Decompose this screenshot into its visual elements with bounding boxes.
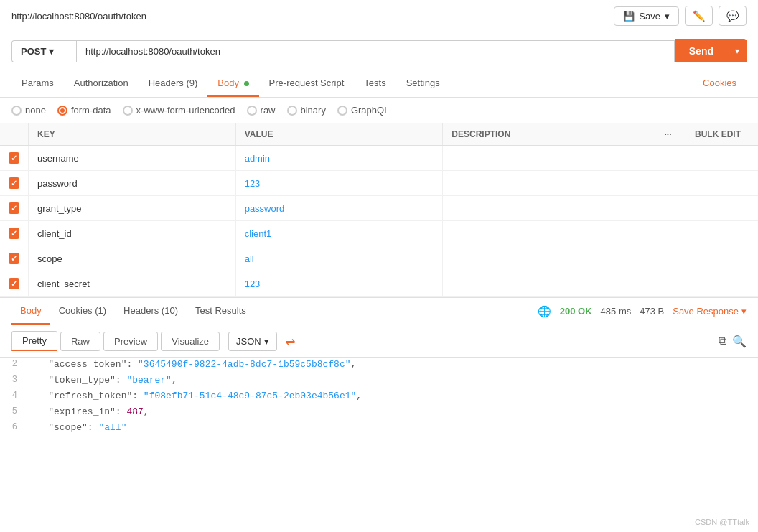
radio-dot-form-data: [57, 106, 67, 116]
radio-dot-none: [11, 106, 22, 116]
method-select[interactable]: POST ▾: [11, 40, 76, 62]
send-main-button[interactable]: Send: [675, 39, 728, 62]
radio-form-data[interactable]: form-data: [57, 105, 111, 116]
send-button-group: Send ▾: [675, 39, 747, 62]
th-value: VALUE: [236, 123, 444, 145]
th-bulk-edit[interactable]: Bulk Edit: [686, 123, 758, 145]
response-toolbar: Pretty Raw Preview Visualize JSON ▾ ⇌ ⧉ …: [0, 325, 758, 358]
resp-tab-cookies[interactable]: Cookies (1): [50, 298, 115, 325]
format-pretty-button[interactable]: Pretty: [11, 331, 57, 351]
code-line: 2 "access_token": "3645490f-9822-4adb-8d…: [0, 358, 758, 373]
row5-checkbox-cell[interactable]: [0, 246, 29, 271]
method-chevron-icon: ▾: [49, 46, 54, 57]
row5-checkbox[interactable]: [9, 253, 19, 264]
row3-desc[interactable]: [443, 196, 650, 220]
row6-checkbox[interactable]: [9, 278, 19, 289]
row1-checkbox-cell[interactable]: [0, 146, 29, 170]
search-button[interactable]: 🔍: [732, 335, 747, 348]
row3-checkbox[interactable]: [9, 202, 19, 214]
row3-value[interactable]: password: [236, 196, 444, 220]
tab-body[interactable]: Body: [207, 70, 258, 97]
code-line: 5 "expires_in": 487,: [0, 405, 758, 421]
save-icon: 💾: [623, 11, 635, 22]
table-row: grant_type password: [0, 196, 758, 221]
tab-tests[interactable]: Tests: [354, 70, 396, 97]
row4-checkbox-cell[interactable]: [0, 221, 29, 246]
th-description: DESCRIPTION: [443, 123, 650, 145]
row2-key[interactable]: password: [29, 171, 236, 195]
table-row: scope all: [0, 246, 758, 271]
copy-button[interactable]: ⧉: [719, 335, 726, 348]
row1-more: [650, 146, 686, 170]
row5-desc[interactable]: [443, 246, 650, 271]
row2-checkbox-cell[interactable]: [0, 171, 29, 195]
format-raw-button[interactable]: Raw: [60, 332, 100, 351]
row5-key[interactable]: scope: [29, 246, 236, 271]
globe-icon: 🌐: [538, 305, 551, 318]
table-body: username admin password 123 grant_type p…: [0, 146, 758, 297]
row1-value[interactable]: admin: [236, 146, 444, 170]
row4-desc[interactable]: [443, 221, 650, 246]
radio-urlencoded[interactable]: x-www-form-urlencoded: [123, 105, 235, 116]
row6-checkbox-cell[interactable]: [0, 271, 29, 296]
row5-value[interactable]: all: [236, 246, 444, 271]
response-code-area: 2 "access_token": "3645490f-9822-4adb-8d…: [0, 358, 758, 465]
url-input[interactable]: [76, 40, 675, 62]
th-more[interactable]: ···: [650, 123, 686, 145]
format-preview-button[interactable]: Preview: [103, 332, 158, 351]
row2-desc[interactable]: [443, 171, 650, 195]
format-visualize-button[interactable]: Visualize: [161, 332, 220, 351]
tab-params[interactable]: Params: [11, 70, 64, 97]
radio-dot-urlencoded: [123, 106, 133, 116]
row3-bulk: [686, 196, 758, 220]
row1-bulk: [686, 146, 758, 170]
row4-value[interactable]: client1: [236, 221, 444, 246]
format-type-chevron-icon: ▾: [264, 336, 269, 347]
edit-button[interactable]: ✏️: [685, 6, 713, 26]
save-response-button[interactable]: Save Response ▾: [673, 306, 747, 317]
row1-desc[interactable]: [443, 146, 650, 170]
row4-checkbox[interactable]: [9, 228, 19, 239]
row4-bulk: [686, 221, 758, 246]
code-line: 4 "refresh_token": "f08efb71-51c4-48c9-8…: [0, 389, 758, 405]
row2-value[interactable]: 123: [236, 171, 444, 195]
tab-settings[interactable]: Settings: [396, 70, 450, 97]
response-tabs: Body Cookies (1) Headers (10) Test Resul…: [0, 298, 758, 325]
resp-tab-test-results[interactable]: Test Results: [187, 298, 255, 325]
tab-authorization[interactable]: Authorization: [64, 70, 139, 97]
row2-checkbox[interactable]: [9, 177, 19, 189]
row6-bulk: [686, 271, 758, 296]
row6-more: [650, 271, 686, 296]
response-actions: ⧉ 🔍: [719, 335, 747, 348]
radio-binary[interactable]: binary: [287, 105, 326, 116]
top-bar: http://localhost:8080/oauth/token 💾 Save…: [0, 0, 758, 32]
table-row: client_id client1: [0, 221, 758, 246]
top-bar-url: http://localhost:8080/oauth/token: [11, 11, 146, 22]
tab-pre-request[interactable]: Pre-request Script: [259, 70, 355, 97]
row6-desc[interactable]: [443, 271, 650, 296]
chevron-down-icon: ▾: [665, 11, 670, 22]
radio-none[interactable]: none: [11, 105, 46, 116]
row5-more: [650, 246, 686, 271]
chat-button[interactable]: 💬: [719, 6, 747, 26]
row1-checkbox[interactable]: [9, 152, 19, 164]
row2-more: [650, 171, 686, 195]
row4-key[interactable]: client_id: [29, 221, 236, 246]
tab-cookies[interactable]: Cookies: [693, 70, 747, 97]
row1-key[interactable]: username: [29, 146, 236, 170]
resp-tab-headers[interactable]: Headers (10): [115, 298, 187, 325]
row6-key[interactable]: client_secret: [29, 271, 236, 296]
tab-headers[interactable]: Headers (9): [139, 70, 208, 97]
send-arrow-button[interactable]: ▾: [728, 40, 747, 62]
radio-raw[interactable]: raw: [247, 105, 276, 116]
save-button[interactable]: 💾 Save ▾: [614, 6, 679, 26]
row3-checkbox-cell[interactable]: [0, 196, 29, 220]
row6-value[interactable]: 123: [236, 271, 444, 296]
resp-tab-body[interactable]: Body: [11, 298, 50, 325]
format-type-select[interactable]: JSON ▾: [228, 332, 277, 351]
row3-key[interactable]: grant_type: [29, 196, 236, 220]
row5-bulk: [686, 246, 758, 271]
request-tabs: Params Authorization Headers (9) Body Pr…: [0, 70, 758, 98]
filter-icon[interactable]: ⇌: [286, 335, 295, 348]
radio-graphql[interactable]: GraphQL: [337, 105, 389, 116]
